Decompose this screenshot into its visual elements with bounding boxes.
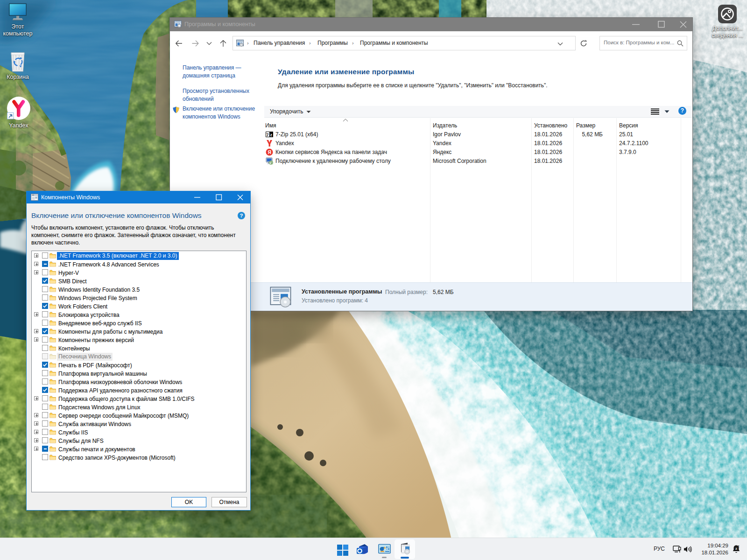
- svg-text:z: z: [270, 133, 273, 137]
- svg-text:z: z: [735, 546, 737, 551]
- svg-text:z: z: [738, 545, 740, 548]
- svg-text:Я: Я: [268, 149, 271, 155]
- svg-text:7: 7: [266, 133, 268, 137]
